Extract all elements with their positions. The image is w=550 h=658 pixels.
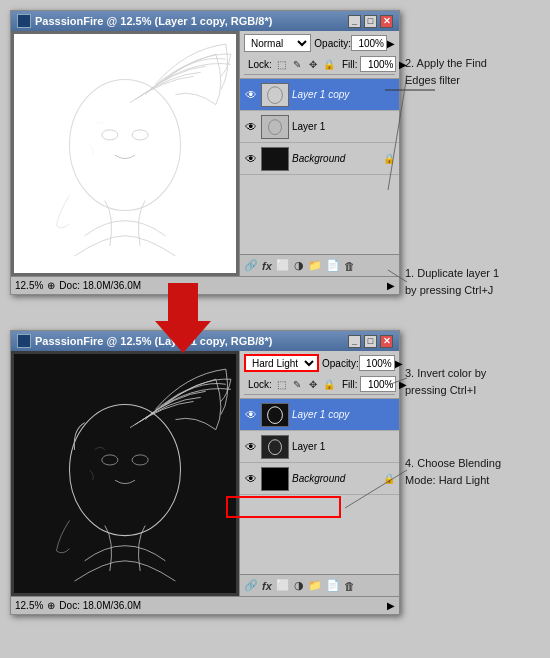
top-nav-arrow[interactable]: ▶	[387, 280, 395, 291]
top-layers-controls: Normal Opacity: ▶ Lock: ⬚ ✎ ✥ 🔒 Fill:	[240, 31, 399, 79]
top-zoom-label: 12.5%	[15, 280, 43, 291]
bottom-restore-button[interactable]: □	[364, 335, 377, 348]
bottom-lock-move-icon[interactable]: ✥	[307, 378, 320, 391]
bottom-lock-all-icon[interactable]: 🔒	[323, 378, 336, 391]
bottom-layer-name-bg: Background	[292, 473, 380, 484]
bottom-ps-app-icon	[17, 334, 31, 348]
bottom-layer-item-copy[interactable]: 👁 Layer 1 copy	[240, 399, 399, 431]
svg-rect-17	[262, 468, 288, 490]
bottom-photoshop-window: PasssionFire @ 12.5% (Layer 1 copy, RGB/…	[10, 330, 400, 615]
lock-brush-icon[interactable]: ✎	[291, 58, 304, 71]
top-layer-eye-bg[interactable]: 👁	[244, 152, 258, 166]
bottom-layers-bottom-toolbar: 🔗 fx ⬜ ◑ 📁 📄 🗑	[240, 574, 399, 596]
bottom-layer-name-copy: Layer 1 copy	[292, 409, 395, 420]
svg-rect-7	[262, 148, 288, 170]
bottom-window-controls: _ □ ✕	[348, 335, 393, 348]
lock-move-icon[interactable]: ✥	[307, 58, 320, 71]
top-blend-row: Normal Opacity: ▶	[244, 34, 395, 52]
top-layer-thumb-copy	[261, 83, 289, 107]
svg-rect-13	[262, 404, 288, 426]
down-arrow-container	[155, 283, 211, 353]
top-fill-input[interactable]	[360, 56, 396, 72]
bottom-close-button[interactable]: ✕	[380, 335, 393, 348]
top-doc-label: Doc: 18.0M/36.0M	[59, 280, 141, 291]
top-titlebar: PasssionFire @ 12.5% (Layer 1 copy, RGB/…	[11, 11, 399, 31]
bottom-layer-eye-bg[interactable]: 👁	[244, 472, 258, 486]
top-window-body: Normal Opacity: ▶ Lock: ⬚ ✎ ✥ 🔒 Fill:	[11, 31, 399, 276]
bottom-layers-controls: Hard Light Opacity: ▶ Lock: ⬚ ✎ ✥ 🔒 Fi	[240, 351, 399, 399]
top-layer-thumb-bg	[261, 147, 289, 171]
minimize-button[interactable]: _	[348, 15, 361, 28]
bottom-mask-button[interactable]: ⬜	[276, 579, 290, 592]
top-layer-lock-icon: 🔒	[383, 153, 395, 164]
bottom-opacity-input[interactable]	[359, 355, 395, 371]
close-button[interactable]: ✕	[380, 15, 393, 28]
top-delete-button[interactable]: 🗑	[344, 260, 355, 272]
top-mask-button[interactable]: ⬜	[276, 259, 290, 272]
bottom-window-body: Hard Light Opacity: ▶ Lock: ⬚ ✎ ✥ 🔒 Fi	[11, 351, 399, 596]
top-layers-panel: Normal Opacity: ▶ Lock: ⬚ ✎ ✥ 🔒 Fill:	[239, 31, 399, 276]
bottom-fx-button[interactable]: fx	[262, 580, 272, 592]
bottom-minimize-button[interactable]: _	[348, 335, 361, 348]
top-group-button[interactable]: 📁	[308, 259, 322, 272]
bottom-blend-mode-select[interactable]: Hard Light	[244, 354, 319, 372]
top-sketch-svg	[14, 34, 236, 266]
bottom-adjustment-button[interactable]: ◑	[294, 579, 304, 592]
lock-all-icon[interactable]: 🔒	[323, 58, 336, 71]
down-arrow	[155, 283, 211, 353]
bottom-blend-row: Hard Light Opacity: ▶	[244, 354, 395, 372]
bottom-lock-transparent-icon[interactable]: ⬚	[275, 378, 288, 391]
step3-annotation: 3. Invert color bypressing Ctrl+I	[405, 365, 486, 398]
top-layer-item-bg[interactable]: 👁 Background 🔒	[240, 143, 399, 175]
bottom-sketch-canvas	[14, 354, 236, 593]
bottom-layer-item-bg[interactable]: 👁 Background 🔒	[240, 463, 399, 495]
bottom-doc-label: Doc: 18.0M/36.0M	[59, 600, 141, 611]
bottom-layer-eye-1[interactable]: 👁	[244, 440, 258, 454]
bottom-window-title: PasssionFire @ 12.5% (Layer 1 copy, RGB/…	[35, 335, 272, 347]
bottom-zoom-icon: ⊕	[47, 600, 55, 611]
top-window-title: PasssionFire @ 12.5% (Layer 1 copy, RGB/…	[35, 15, 272, 27]
bottom-layers-panel: Hard Light Opacity: ▶ Lock: ⬚ ✎ ✥ 🔒 Fi	[239, 351, 399, 596]
lock-transparent-icon[interactable]: ⬚	[275, 58, 288, 71]
top-layers-bottom-toolbar: 🔗 fx ⬜ ◑ 📁 📄 🗑	[240, 254, 399, 276]
bottom-group-button[interactable]: 📁	[308, 579, 322, 592]
bottom-layer-eye-copy[interactable]: 👁	[244, 408, 258, 422]
top-link-button[interactable]: 🔗	[244, 259, 258, 272]
bottom-opacity-label: Opacity:	[322, 358, 359, 369]
bottom-fill-input[interactable]	[360, 376, 396, 392]
bottom-nav-arrow[interactable]: ▶	[387, 600, 395, 611]
step2-line	[380, 80, 440, 110]
top-layer-item-copy[interactable]: 👁 Layer 1 copy	[240, 79, 399, 111]
restore-button[interactable]: □	[364, 15, 377, 28]
top-layer-eye-1[interactable]: 👁	[244, 120, 258, 134]
bottom-link-button[interactable]: 🔗	[244, 579, 258, 592]
step4-text: 4. Choose BlendingMode: Hard Light	[405, 457, 501, 486]
bottom-fill-label: Fill:	[342, 379, 358, 390]
step4-annotation: 4. Choose BlendingMode: Hard Light	[405, 455, 501, 488]
top-blend-mode-select[interactable]: Normal	[244, 34, 311, 52]
bottom-lock-brush-icon[interactable]: ✎	[291, 378, 304, 391]
step1-text: 1. Duplicate layer 1by pressing Ctrl+J	[405, 267, 499, 296]
bottom-delete-button[interactable]: 🗑	[344, 580, 355, 592]
top-layer-name-1: Layer 1	[292, 121, 395, 132]
top-lock-label: Lock:	[248, 59, 272, 70]
bottom-lock-icons: ⬚ ✎ ✥ 🔒	[275, 378, 336, 391]
bottom-sketch-svg	[14, 354, 236, 586]
step1-annotation: 1. Duplicate layer 1by pressing Ctrl+J	[405, 265, 499, 298]
bottom-layer-name-1: Layer 1	[292, 441, 395, 452]
top-layer-eye-copy[interactable]: 👁	[244, 88, 258, 102]
svg-point-1	[102, 130, 118, 140]
bottom-layer-lock-icon: 🔒	[383, 473, 395, 484]
top-layer-thumb-1	[261, 115, 289, 139]
top-opacity-input[interactable]	[351, 35, 387, 51]
bottom-zoom-label: 12.5%	[15, 600, 43, 611]
bottom-canvas-area	[11, 351, 239, 596]
top-fx-button[interactable]: fx	[262, 260, 272, 272]
top-adjustment-button[interactable]: ◑	[294, 259, 304, 272]
bottom-layer-item-1[interactable]: 👁 Layer 1	[240, 431, 399, 463]
top-layer-name-bg: Background	[292, 153, 380, 164]
top-layer-item-1[interactable]: 👁 Layer 1	[240, 111, 399, 143]
bottom-new-layer-button[interactable]: 📄	[326, 579, 340, 592]
top-new-layer-button[interactable]: 📄	[326, 259, 340, 272]
bottom-opacity-arrow: ▶	[395, 358, 403, 369]
